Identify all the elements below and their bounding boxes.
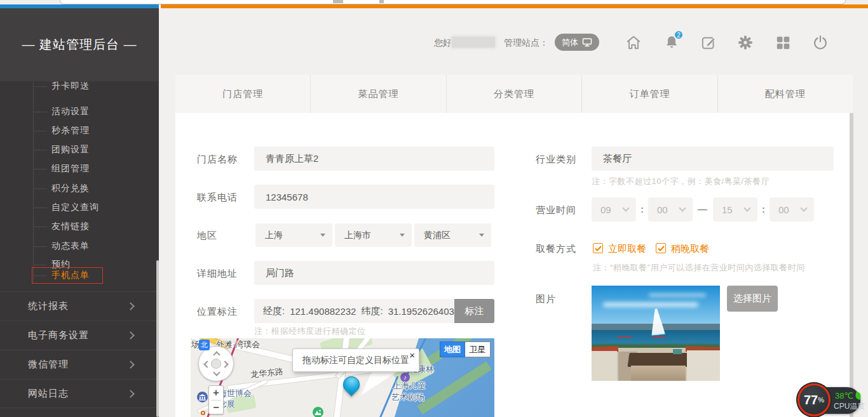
cpu-temp-label: CPU温度	[834, 401, 865, 412]
store-name-label: 门店名称	[197, 154, 238, 166]
language-label: 简体	[562, 37, 578, 48]
zoom-out-button[interactable]: −	[209, 400, 223, 414]
tree-tick	[33, 150, 47, 150]
panel-scrollbar[interactable]	[850, 113, 853, 417]
edit-button[interactable]	[700, 34, 717, 51]
tree-tick	[33, 208, 47, 208]
province-select[interactable]: 上海	[255, 223, 332, 247]
monitor-icon	[582, 38, 592, 47]
browser-address-bar[interactable]	[60, 0, 846, 4]
sidebar-section-reports[interactable]: 统计报表	[0, 291, 159, 321]
sidebar-item-dynamic-form[interactable]: 动态表单	[0, 239, 159, 254]
chevron-down-icon	[743, 204, 750, 211]
dropdown-arrow-icon	[400, 234, 405, 237]
photo-building	[592, 351, 617, 381]
sidebar-item-points[interactable]: 积分兑换	[0, 181, 159, 196]
pickup-later-label[interactable]: 稍晚取餐	[671, 243, 709, 255]
tab-order-management[interactable]: 订单管理	[582, 75, 717, 113]
location-note: 注：根据经纬度进行精确定位	[254, 326, 366, 337]
home-button[interactable]	[625, 34, 642, 51]
map-label-theater-2: 艺术剧场	[391, 392, 424, 403]
satellite-view-button[interactable]: 卫星	[465, 341, 491, 357]
sidebar-header: — 建站管理后台 —	[0, 8, 159, 81]
apps-button[interactable]	[775, 34, 791, 51]
tree-tick	[33, 265, 47, 265]
pan-left-icon[interactable]	[203, 361, 210, 367]
tree-tick	[33, 246, 47, 247]
tab-dish-management[interactable]: 菜品管理	[311, 75, 446, 113]
industry-input[interactable]: 茶餐厅	[592, 147, 834, 171]
coordinates-input[interactable]: 经度: 121.490882232 纬度: 31.1952626403	[254, 299, 454, 323]
sidebar-scrollbar[interactable]	[156, 260, 159, 417]
choose-image-button[interactable]: 选择图片	[727, 286, 778, 312]
tree-tick	[33, 86, 47, 87]
store-name-input[interactable]: 青青原上草2	[254, 147, 494, 171]
sidebar-item-card-gift[interactable]: 升卡即送	[0, 79, 159, 94]
map-poi-dot	[201, 411, 205, 415]
open-minute-select[interactable]: 00	[648, 197, 693, 222]
photo-red-mark	[617, 336, 632, 338]
tab-ingredient-management[interactable]: 配料管理	[718, 75, 853, 113]
sidebar-item-group-buy[interactable]: 团购设置	[0, 142, 159, 157]
pan-right-icon[interactable]	[221, 361, 228, 367]
cpu-temperature: 38℃	[835, 391, 861, 400]
photo-building	[631, 366, 686, 381]
hours-colon: :	[641, 204, 644, 215]
chevron-right-icon	[126, 302, 135, 310]
pan-center-knob[interactable]	[211, 359, 221, 369]
industry-note: 注：字数不超过10个字，例：美食/粤菜/茶餐厅	[592, 176, 770, 187]
district-select[interactable]: 黄浦区	[414, 223, 491, 247]
map-view-button[interactable]: 地图	[440, 341, 465, 357]
photo-cloud	[649, 293, 706, 297]
language-pill-button[interactable]: 简体	[555, 34, 599, 51]
mark-location-button[interactable]: 标注	[454, 299, 494, 323]
photo-building	[687, 350, 720, 381]
map-pan-control[interactable]	[198, 346, 234, 381]
tab-store-management[interactable]: 门店管理	[175, 75, 311, 113]
store-photo-thumbnail	[592, 286, 720, 381]
museum-icon	[197, 392, 208, 402]
map-type-toggle: 地图 卫星	[440, 341, 491, 357]
zoom-in-button[interactable]: +	[209, 386, 223, 400]
settings-button[interactable]	[737, 34, 754, 51]
city-select[interactable]: 上海市	[335, 223, 412, 247]
logout-button[interactable]	[812, 34, 829, 51]
sidebar-section-logs[interactable]: 网站日志	[0, 379, 159, 408]
content-top-accent-bar	[161, 4, 868, 8]
chevron-down-icon	[622, 204, 629, 211]
longitude-value: 121.490882232	[290, 306, 356, 317]
sidebar-section-wechat[interactable]: 微信管理	[0, 350, 159, 379]
app-title: — 建站管理后台 —	[22, 36, 137, 53]
pan-down-icon[interactable]	[213, 369, 220, 376]
open-hour-select[interactable]: 09	[592, 197, 636, 222]
tooltip-close-icon[interactable]: ×	[409, 350, 415, 361]
address-input[interactable]: 局门路	[254, 261, 494, 285]
close-hour-select[interactable]: 15	[713, 197, 757, 222]
sidebar-item-activity[interactable]: 活动设置	[0, 104, 159, 119]
phone-input[interactable]: 12345678	[254, 185, 494, 209]
address-bar-text-remnant	[333, 0, 343, 3]
greeting-text: 您好	[434, 37, 452, 49]
pickup-now-checkbox[interactable]	[593, 243, 603, 253]
grid-icon	[775, 34, 791, 51]
pickup-now-label[interactable]: 立即取餐	[608, 243, 646, 255]
sidebar-section-ecommerce[interactable]: 电子商务设置	[0, 321, 159, 350]
address-bar-text-remnant	[379, 0, 384, 3]
pan-up-icon[interactable]	[213, 351, 220, 358]
cpu-usage-gauge[interactable]: 77 %	[796, 382, 832, 417]
sidebar-item-custom-query[interactable]: 自定义查询	[0, 200, 159, 215]
sidebar-item-links[interactable]: 友情链接	[0, 219, 159, 234]
chevron-right-icon	[126, 390, 135, 398]
cpu-usage-ring: 77 %	[797, 383, 831, 416]
sidebar-item-flash-sale[interactable]: 秒杀管理	[0, 123, 159, 138]
pickup-label: 取餐方式	[536, 243, 576, 255]
cpu-percent-sign: %	[818, 396, 824, 404]
map-widget[interactable]: 场 外滩·湾璞会 龙华东路 上海世博会 纪念展 健康林 ♪ 上海儿童 艺术剧场 …	[191, 338, 494, 417]
tab-category-management[interactable]: 分类管理	[447, 75, 582, 113]
pickup-later-checkbox[interactable]	[656, 243, 666, 253]
close-minute-select[interactable]: 00	[770, 197, 814, 222]
photo-teal-roof	[673, 349, 682, 354]
chevron-down-icon	[800, 204, 807, 211]
sidebar-item-group-manage[interactable]: 组团管理	[0, 161, 159, 176]
photo-red-mark	[653, 336, 665, 338]
